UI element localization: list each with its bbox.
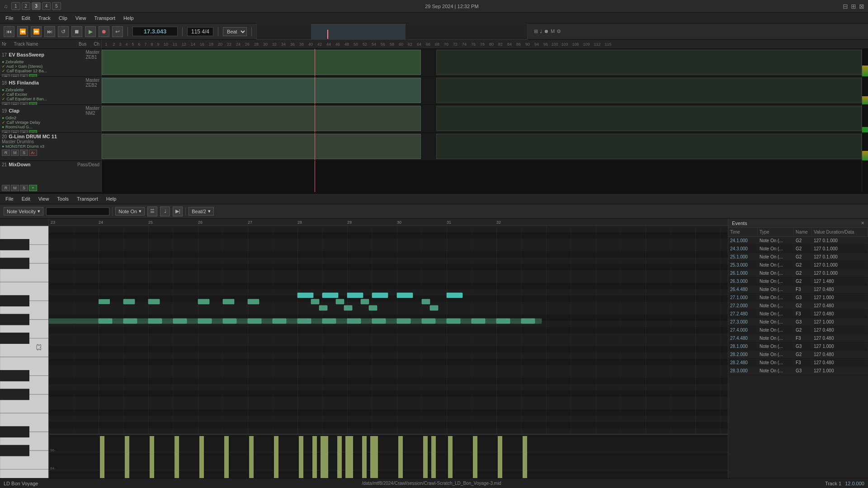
fast-forward-button[interactable]: ⏩: [31, 26, 42, 37]
note-on-dropdown[interactable]: Note On ▾: [115, 207, 145, 216]
menu-help[interactable]: Help: [120, 14, 137, 22]
note-row2-16[interactable]: [472, 319, 485, 324]
loop-button[interactable]: ↺: [58, 26, 69, 37]
tab-5[interactable]: 5: [52, 2, 61, 10]
rewind-start-button[interactable]: ⏮: [4, 26, 14, 37]
note-row2-9[interactable]: [297, 319, 311, 324]
bottom-menu-help[interactable]: Help: [103, 195, 120, 202]
note-row2-13[interactable]: [397, 319, 410, 324]
bottom-menu-transport[interactable]: Transport: [73, 195, 102, 202]
note-27-g3-2[interactable]: [322, 293, 338, 298]
track-21-content[interactable]: [102, 161, 862, 192]
menu-view[interactable]: View: [72, 14, 90, 22]
midi-icon[interactable]: M: [551, 28, 555, 34]
track-20-clip-1[interactable]: [102, 134, 421, 159]
note-row2-15[interactable]: [447, 319, 460, 324]
note-25-1[interactable]: [198, 299, 209, 304]
note-row2-1[interactable]: [99, 319, 112, 324]
list-view-btn[interactable]: ☰: [147, 206, 157, 216]
event-row[interactable]: 27.2.000 Note On (... G2 127 0.480: [728, 302, 868, 310]
note-27-g2-1[interactable]: [311, 299, 319, 304]
track-20-r-btn[interactable]: R: [2, 150, 10, 156]
event-row[interactable]: 25.3.000 Note On (... G2 127 0.1.000: [728, 261, 868, 269]
undo-button[interactable]: ↩: [112, 26, 123, 37]
track-17-clip-1[interactable]: [102, 50, 421, 75]
note-canvas[interactable]: [49, 226, 728, 434]
note-27-f3-1[interactable]: [319, 305, 327, 310]
minimize-icon[interactable]: ⊟: [843, 3, 848, 10]
play-button[interactable]: ▶: [85, 26, 96, 37]
note-27-g3-1[interactable]: [297, 293, 313, 298]
tab-2[interactable]: 2: [22, 2, 31, 10]
track-20-content[interactable]: [102, 133, 862, 160]
note-24-3[interactable]: [148, 299, 160, 304]
note-27-f3-2[interactable]: [344, 305, 352, 310]
maximize-icon[interactable]: ⊞: [851, 3, 856, 10]
snap-dropdown[interactable]: Beat Bar 1/2 1/4: [223, 27, 247, 36]
note-row2-10[interactable]: [322, 319, 336, 324]
record-button[interactable]: ⏺: [99, 26, 109, 37]
note-row2-12[interactable]: [372, 319, 386, 324]
bottom-menu-tools[interactable]: Tools: [53, 195, 72, 202]
track-20-a-btn[interactable]: A-: [29, 150, 37, 156]
note-28-g2-1[interactable]: [422, 299, 430, 304]
note-velocity-dropdown[interactable]: Note Velocity ▾: [4, 207, 43, 216]
note-27-f3-3[interactable]: [369, 305, 377, 310]
events-close-icon[interactable]: ✕: [861, 221, 864, 225]
note-row2-4[interactable]: [173, 319, 187, 324]
track-20-clip-2[interactable]: [436, 134, 862, 159]
note-row2-2[interactable]: [123, 319, 137, 324]
event-row[interactable]: 28.1.000 Note On (... G3 127 1.000: [728, 343, 868, 351]
bottom-menu-file[interactable]: File: [2, 195, 17, 202]
note-24-1[interactable]: [99, 299, 110, 304]
note-28-g3-1[interactable]: [397, 293, 413, 298]
track-19-clip-1[interactable]: [102, 106, 421, 131]
note-28-g3-2[interactable]: [447, 293, 462, 298]
track-21-m-btn[interactable]: M: [11, 185, 19, 191]
forward-end-button[interactable]: ⏭: [44, 26, 55, 37]
event-row[interactable]: 24.1.000 Note On (... G2 127 0.1.000: [728, 237, 868, 245]
note-row2-8[interactable]: [273, 319, 286, 324]
stop-button[interactable]: ⏹: [71, 26, 82, 37]
event-row[interactable]: 27.2.480 Note On (... F3 127 0.480: [728, 310, 868, 318]
track-21-r-btn[interactable]: R: [2, 185, 10, 191]
note-row2-14[interactable]: [422, 319, 435, 324]
event-row[interactable]: 24.3.000 Note On (... G2 127 0.1.000: [728, 245, 868, 253]
note-24-2[interactable]: [123, 299, 135, 304]
event-row[interactable]: 26.3.000 Note On (... G2 127 1.480: [728, 277, 868, 286]
menu-file[interactable]: File: [2, 14, 17, 22]
note-25-2[interactable]: [223, 299, 234, 304]
piano-view-btn[interactable]: ♩: [160, 206, 170, 216]
play-from-here-btn[interactable]: ▶|: [173, 206, 183, 216]
menu-transport[interactable]: Transport: [90, 14, 119, 22]
event-row[interactable]: 28.2.480 Note On (... F3 127 0.480: [728, 359, 868, 367]
track-21-s-btn[interactable]: S: [20, 185, 28, 191]
event-row[interactable]: 25.1.000 Note On (... G2 127 0.1.000: [728, 253, 868, 261]
note-27-g3-3[interactable]: [347, 293, 363, 298]
event-row[interactable]: 27.4.000 Note On (... G2 127 0.480: [728, 326, 868, 334]
event-row[interactable]: 28.2.000 Note On (... G2 127 0.480: [728, 351, 868, 359]
track-21-add-btn[interactable]: +: [29, 185, 37, 191]
note-row2-11[interactable]: [347, 319, 361, 324]
event-row[interactable]: 26.1.000 Note On (... G2 127 0.1.000: [728, 269, 868, 277]
event-row[interactable]: 27.4.480 Note On (... F3 127 0.480: [728, 334, 868, 343]
snap-dropdown-pr[interactable]: Beat/2 ▾: [189, 207, 214, 216]
track-18-content[interactable]: [102, 77, 862, 104]
metronome-icon[interactable]: ♩: [540, 28, 542, 34]
menu-track[interactable]: Track: [35, 14, 54, 22]
note-long[interactable]: [49, 319, 542, 324]
rewind-button[interactable]: ⏪: [17, 26, 28, 37]
grid-icon[interactable]: ⊞: [534, 28, 538, 34]
event-row[interactable]: 28.3.000 Note On (... G3 127 1.000: [728, 367, 868, 375]
menu-edit[interactable]: Edit: [18, 14, 34, 22]
track-20-m-btn[interactable]: M: [11, 150, 19, 156]
record-settings-icon[interactable]: ⏺: [544, 28, 549, 34]
note-row2-5[interactable]: [198, 319, 212, 324]
track-19-content[interactable]: [102, 105, 862, 132]
settings-icon[interactable]: ⚙: [557, 28, 561, 34]
note-row2-7[interactable]: [248, 319, 261, 324]
event-row[interactable]: 26.4.480 Note On (... F3 127 0.480: [728, 286, 868, 294]
note-28-f3-1[interactable]: [430, 305, 438, 310]
note-27-g3-4[interactable]: [372, 293, 388, 298]
track-17-content[interactable]: [102, 49, 862, 76]
